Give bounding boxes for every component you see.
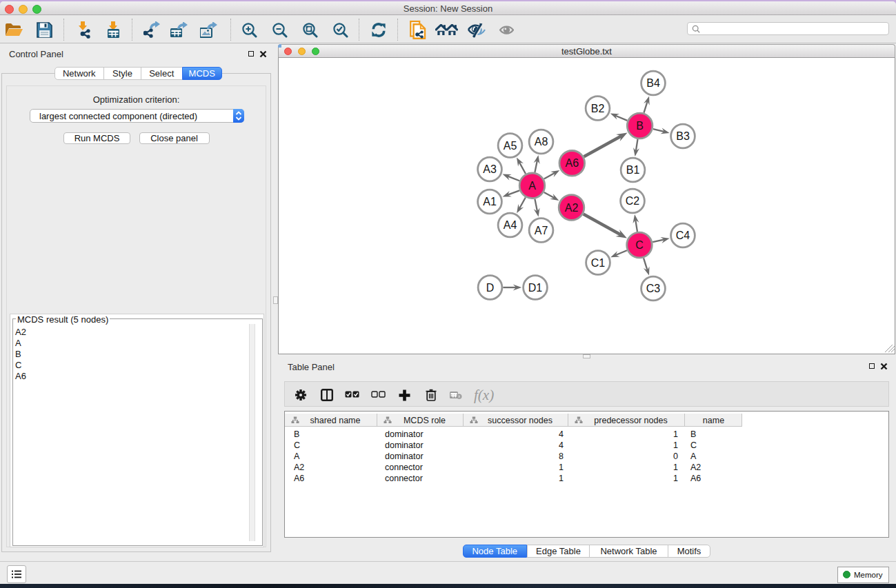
svg-text:B2: B2	[591, 103, 605, 114]
svg-text:B1: B1	[626, 164, 640, 176]
svg-text:A2: A2	[565, 202, 579, 214]
svg-text:B4: B4	[646, 77, 660, 89]
svg-text:A6: A6	[566, 157, 579, 169]
svg-text:B: B	[636, 120, 644, 132]
svg-text:A8: A8	[535, 136, 548, 148]
svg-text:C1: C1	[591, 257, 606, 269]
svg-text:B3: B3	[676, 130, 690, 142]
svg-text:A4: A4	[504, 219, 517, 231]
svg-text:A7: A7	[535, 225, 548, 236]
svg-text:A1: A1	[483, 196, 497, 207]
svg-text:C3: C3	[646, 283, 661, 294]
svg-text:A5: A5	[504, 140, 517, 152]
svg-text:C2: C2	[626, 195, 640, 207]
svg-text:C: C	[635, 239, 644, 251]
svg-text:A3: A3	[483, 163, 497, 175]
svg-text:A: A	[528, 180, 536, 192]
svg-text:C4: C4	[676, 230, 690, 241]
svg-text:D: D	[486, 282, 495, 294]
svg-text:D1: D1	[528, 282, 543, 294]
